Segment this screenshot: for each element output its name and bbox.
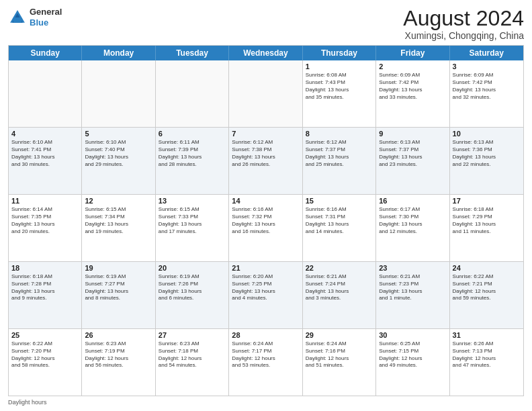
day-info: Sunrise: 6:14 AM Sunset: 7:35 PM Dayligh…	[11, 206, 79, 235]
calendar-cell-2-5: 16Sunrise: 6:17 AM Sunset: 7:30 PM Dayli…	[376, 195, 449, 261]
day-number: 20	[159, 264, 226, 272]
day-number: 26	[85, 331, 152, 339]
day-info: Sunrise: 6:21 AM Sunset: 7:23 PM Dayligh…	[379, 273, 446, 302]
day-info: Sunrise: 6:19 AM Sunset: 7:27 PM Dayligh…	[85, 273, 152, 302]
calendar-cell-3-5: 23Sunrise: 6:21 AM Sunset: 7:23 PM Dayli…	[376, 262, 449, 328]
calendar-row-3: 11Sunrise: 6:14 AM Sunset: 7:35 PM Dayli…	[9, 194, 523, 261]
day-info: Sunrise: 6:12 AM Sunset: 7:37 PM Dayligh…	[306, 139, 373, 168]
day-number: 15	[306, 197, 373, 205]
day-number: 1	[306, 62, 373, 71]
header-wednesday: Wednesday	[229, 46, 302, 60]
logo-icon	[8, 8, 27, 27]
calendar-cell-0-5: 2Sunrise: 6:09 AM Sunset: 7:42 PM Daylig…	[376, 60, 449, 127]
calendar-cell-4-1: 26Sunrise: 6:23 AM Sunset: 7:19 PM Dayli…	[82, 329, 155, 396]
calendar-cell-2-4: 15Sunrise: 6:16 AM Sunset: 7:31 PM Dayli…	[303, 195, 376, 261]
day-number: 31	[453, 331, 521, 339]
day-number: 7	[232, 130, 299, 138]
calendar-cell-3-3: 21Sunrise: 6:20 AM Sunset: 7:25 PM Dayli…	[229, 262, 302, 328]
day-number: 10	[453, 130, 521, 138]
calendar-cell-1-2: 6Sunrise: 6:11 AM Sunset: 7:39 PM Daylig…	[156, 128, 229, 194]
day-info: Sunrise: 6:15 AM Sunset: 7:34 PM Dayligh…	[85, 206, 152, 235]
day-info: Sunrise: 6:18 AM Sunset: 7:28 PM Dayligh…	[11, 273, 79, 302]
day-number: 8	[306, 130, 373, 138]
calendar-cell-4-6: 31Sunrise: 6:26 AM Sunset: 7:13 PM Dayli…	[450, 329, 523, 396]
calendar-cell-0-1	[82, 60, 155, 127]
day-info: Sunrise: 6:22 AM Sunset: 7:20 PM Dayligh…	[11, 340, 79, 369]
day-info: Sunrise: 6:23 AM Sunset: 7:18 PM Dayligh…	[159, 340, 226, 369]
day-number: 28	[232, 331, 299, 339]
day-number: 27	[159, 331, 226, 339]
day-info: Sunrise: 6:24 AM Sunset: 7:16 PM Dayligh…	[306, 340, 373, 369]
day-info: Sunrise: 6:22 AM Sunset: 7:21 PM Dayligh…	[453, 273, 521, 302]
svg-rect-2	[13, 17, 21, 23]
day-info: Sunrise: 6:25 AM Sunset: 7:15 PM Dayligh…	[379, 340, 446, 369]
calendar-row-4: 18Sunrise: 6:18 AM Sunset: 7:28 PM Dayli…	[9, 261, 523, 328]
day-number: 21	[232, 264, 299, 272]
header-saturday: Saturday	[450, 46, 523, 60]
calendar-row-5: 25Sunrise: 6:22 AM Sunset: 7:20 PM Dayli…	[9, 328, 523, 396]
header-friday: Friday	[376, 46, 449, 60]
calendar-cell-0-3	[229, 60, 302, 127]
day-number: 24	[453, 264, 521, 272]
calendar-cell-2-3: 14Sunrise: 6:16 AM Sunset: 7:32 PM Dayli…	[229, 195, 302, 261]
day-number: 16	[379, 197, 446, 205]
day-info: Sunrise: 6:13 AM Sunset: 7:36 PM Dayligh…	[453, 139, 521, 168]
header-monday: Monday	[82, 46, 155, 60]
location: Xumingsi, Chongqing, China	[403, 30, 524, 41]
day-info: Sunrise: 6:21 AM Sunset: 7:24 PM Dayligh…	[306, 273, 373, 302]
logo: General Blue	[8, 7, 62, 28]
day-number: 30	[379, 331, 446, 339]
calendar-cell-2-6: 17Sunrise: 6:18 AM Sunset: 7:29 PM Dayli…	[450, 195, 523, 261]
day-info: Sunrise: 6:10 AM Sunset: 7:41 PM Dayligh…	[11, 139, 79, 168]
header-tuesday: Tuesday	[156, 46, 229, 60]
day-number: 22	[306, 264, 373, 272]
day-number: 23	[379, 264, 446, 272]
day-number: 14	[232, 197, 299, 205]
calendar-cell-2-0: 11Sunrise: 6:14 AM Sunset: 7:35 PM Dayli…	[9, 195, 82, 261]
calendar-cell-0-6: 3Sunrise: 6:09 AM Sunset: 7:42 PM Daylig…	[450, 60, 523, 127]
day-info: Sunrise: 6:09 AM Sunset: 7:42 PM Dayligh…	[379, 72, 446, 101]
calendar-cell-4-2: 27Sunrise: 6:23 AM Sunset: 7:18 PM Dayli…	[156, 329, 229, 396]
day-number: 13	[159, 197, 226, 205]
header: General Blue August 2024 Xumingsi, Chong…	[8, 7, 524, 41]
day-info: Sunrise: 6:12 AM Sunset: 7:38 PM Dayligh…	[232, 139, 299, 168]
day-info: Sunrise: 6:24 AM Sunset: 7:17 PM Dayligh…	[232, 340, 299, 369]
day-info: Sunrise: 6:09 AM Sunset: 7:42 PM Dayligh…	[453, 72, 521, 101]
footer: Daylight hours	[8, 399, 524, 406]
calendar-cell-0-2	[156, 60, 229, 127]
day-number: 2	[379, 62, 446, 71]
day-number: 5	[85, 130, 152, 138]
day-info: Sunrise: 6:16 AM Sunset: 7:32 PM Dayligh…	[232, 206, 299, 235]
day-number: 19	[85, 264, 152, 272]
calendar-cell-2-2: 13Sunrise: 6:15 AM Sunset: 7:33 PM Dayli…	[156, 195, 229, 261]
title-block: August 2024 Xumingsi, Chongqing, China	[403, 7, 524, 41]
day-number: 18	[11, 264, 79, 272]
logo-general: General	[30, 7, 62, 17]
day-info: Sunrise: 6:10 AM Sunset: 7:40 PM Dayligh…	[85, 139, 152, 168]
calendar-cell-3-6: 24Sunrise: 6:22 AM Sunset: 7:21 PM Dayli…	[450, 262, 523, 328]
calendar-header: Sunday Monday Tuesday Wednesday Thursday…	[9, 46, 523, 60]
day-number: 17	[453, 197, 521, 205]
day-number: 3	[453, 62, 521, 71]
calendar-cell-1-1: 5Sunrise: 6:10 AM Sunset: 7:40 PM Daylig…	[82, 128, 155, 194]
calendar-cell-3-4: 22Sunrise: 6:21 AM Sunset: 7:24 PM Dayli…	[303, 262, 376, 328]
calendar-cell-3-2: 20Sunrise: 6:19 AM Sunset: 7:26 PM Dayli…	[156, 262, 229, 328]
day-info: Sunrise: 6:17 AM Sunset: 7:30 PM Dayligh…	[379, 206, 446, 235]
day-info: Sunrise: 6:11 AM Sunset: 7:39 PM Dayligh…	[159, 139, 226, 168]
day-info: Sunrise: 6:19 AM Sunset: 7:26 PM Dayligh…	[159, 273, 226, 302]
calendar: Sunday Monday Tuesday Wednesday Thursday…	[8, 45, 524, 396]
calendar-cell-4-4: 29Sunrise: 6:24 AM Sunset: 7:16 PM Dayli…	[303, 329, 376, 396]
day-info: Sunrise: 6:20 AM Sunset: 7:25 PM Dayligh…	[232, 273, 299, 302]
day-info: Sunrise: 6:26 AM Sunset: 7:13 PM Dayligh…	[453, 340, 521, 369]
day-info: Sunrise: 6:18 AM Sunset: 7:29 PM Dayligh…	[453, 206, 521, 235]
header-sunday: Sunday	[9, 46, 82, 60]
day-number: 11	[11, 197, 79, 205]
day-info: Sunrise: 6:23 AM Sunset: 7:19 PM Dayligh…	[85, 340, 152, 369]
calendar-cell-0-4: 1Sunrise: 6:08 AM Sunset: 7:43 PM Daylig…	[303, 60, 376, 127]
calendar-body: 1Sunrise: 6:08 AM Sunset: 7:43 PM Daylig…	[9, 60, 523, 396]
calendar-cell-1-5: 9Sunrise: 6:13 AM Sunset: 7:37 PM Daylig…	[376, 128, 449, 194]
calendar-cell-4-0: 25Sunrise: 6:22 AM Sunset: 7:20 PM Dayli…	[9, 329, 82, 396]
page: General Blue August 2024 Xumingsi, Chong…	[0, 0, 532, 411]
footer-label: Daylight hours	[8, 399, 47, 406]
calendar-cell-1-6: 10Sunrise: 6:13 AM Sunset: 7:36 PM Dayli…	[450, 128, 523, 194]
